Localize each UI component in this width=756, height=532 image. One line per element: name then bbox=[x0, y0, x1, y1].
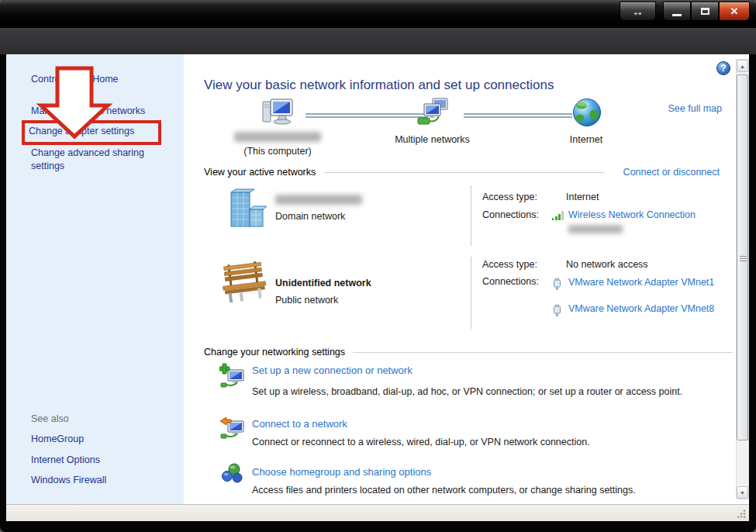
multiple-networks-label: Multiple networks bbox=[384, 134, 481, 145]
address-bar: ← → ▾ ▸ Control Panel ▸ All Control Pane… bbox=[0, 28, 756, 54]
see-also-header: See also bbox=[31, 413, 69, 424]
wifi-signal-icon bbox=[551, 210, 565, 221]
divider bbox=[353, 352, 733, 353]
resize-grip-icon[interactable] bbox=[737, 509, 747, 519]
scrollbar-thumb[interactable] bbox=[737, 74, 748, 440]
computer-name-blurred bbox=[234, 132, 321, 142]
vmnet8-link[interactable]: VMware Network Adapter VMnet8 bbox=[568, 302, 716, 316]
title-bar: ↔ ✕ bbox=[0, 0, 756, 28]
access-type-label: Access type: bbox=[482, 259, 537, 270]
new-connection-icon bbox=[219, 363, 246, 389]
scroll-down-button[interactable]: ▼ bbox=[737, 486, 748, 499]
access-type-value: Internet bbox=[566, 192, 599, 202]
sidebar-item-windows-firewall[interactable]: Windows Firewall bbox=[31, 475, 106, 485]
resize-button[interactable]: ↔ bbox=[620, 2, 656, 21]
scrollbar-grip-icon bbox=[740, 256, 747, 257]
connect-network-icon bbox=[219, 414, 246, 440]
see-full-map-link[interactable]: See full map bbox=[658, 103, 722, 114]
page-title: View your basic network information and … bbox=[204, 78, 554, 93]
wireless-connection-link[interactable]: Wireless Network Connection bbox=[568, 209, 696, 220]
internet-label: Internet bbox=[555, 134, 617, 145]
unidentified-network-name: Unidentified network bbox=[275, 278, 371, 288]
multiple-networks-icon[interactable] bbox=[416, 96, 451, 130]
divider bbox=[471, 185, 471, 246]
scroll-up-button[interactable]: ▲ bbox=[737, 60, 748, 72]
divider bbox=[324, 172, 605, 173]
resize-arrows-icon: ↔ bbox=[632, 5, 644, 18]
status-bar bbox=[6, 504, 749, 521]
connect-disconnect-link[interactable]: Connect or disconnect bbox=[613, 167, 720, 178]
map-link-line bbox=[464, 113, 572, 118]
this-computer-label: (This computer) bbox=[226, 146, 329, 157]
main-content: ? View your basic network information an… bbox=[184, 54, 737, 504]
homegroup-options-desc: Access files and printers located on oth… bbox=[252, 485, 636, 496]
domain-network-icon[interactable] bbox=[226, 188, 268, 233]
help-button[interactable]: ? bbox=[716, 61, 730, 75]
access-type-value: No network access bbox=[566, 259, 648, 270]
public-network-bench-icon[interactable] bbox=[219, 261, 269, 302]
sidebar-item-change-adapter-settings[interactable]: Change adapter settings bbox=[29, 126, 134, 136]
homegroup-options-link[interactable]: Choose homegroup and sharing options bbox=[252, 466, 431, 478]
maximize-icon bbox=[701, 8, 709, 15]
ethernet-adapter-icon bbox=[552, 303, 562, 316]
homegroup-icon bbox=[221, 462, 244, 485]
ethernet-adapter-icon bbox=[552, 277, 562, 290]
sidebar: Control Panel Home Manage wireless netwo… bbox=[6, 54, 184, 504]
this-computer-icon[interactable] bbox=[261, 96, 296, 130]
access-type-label: Access type: bbox=[482, 192, 537, 202]
scrollbar[interactable]: ▲ ▼ bbox=[736, 59, 749, 499]
public-network-type: Public network bbox=[275, 295, 338, 306]
sidebar-item-advanced-sharing[interactable]: Change advanced sharing settings bbox=[31, 147, 169, 173]
sidebar-item-control-panel-home[interactable]: Control Panel Home bbox=[31, 74, 119, 85]
divider bbox=[471, 257, 471, 329]
question-mark-icon: ? bbox=[720, 63, 726, 74]
maximize-button[interactable] bbox=[691, 2, 719, 21]
sidebar-item-manage-wireless[interactable]: Manage wireless networks bbox=[31, 105, 145, 116]
ssid-blurred bbox=[568, 225, 623, 233]
domain-name-blurred bbox=[275, 195, 362, 205]
connections-label: Connections: bbox=[482, 276, 539, 287]
vmnet1-link[interactable]: VMware Network Adapter VMnet1 bbox=[568, 276, 716, 289]
connect-network-link[interactable]: Connect to a network bbox=[252, 418, 347, 430]
networking-settings-header: Change your networking settings bbox=[204, 347, 345, 358]
scroll-up-icon: ▲ bbox=[740, 64, 745, 69]
minimize-icon bbox=[672, 14, 682, 16]
minimize-button[interactable] bbox=[663, 2, 691, 21]
close-button[interactable]: ✕ bbox=[719, 2, 750, 21]
scroll-down-icon: ▼ bbox=[740, 490, 745, 496]
internet-globe-icon[interactable] bbox=[571, 97, 602, 128]
close-icon: ✕ bbox=[730, 5, 739, 17]
window-body: Control Panel Home Manage wireless netwo… bbox=[6, 54, 749, 504]
network-sharing-center-window: ↔ ✕ ← → ▾ ▸ Control Panel ▸ bbox=[0, 0, 756, 532]
sidebar-item-internet-options[interactable]: Internet Options bbox=[31, 454, 100, 465]
connect-network-desc: Connect or reconnect to a wireless, wire… bbox=[252, 437, 590, 447]
domain-network-type: Domain network bbox=[275, 211, 345, 222]
sidebar-item-homegroup[interactable]: HomeGroup bbox=[31, 434, 84, 444]
setup-connection-desc: Set up a wireless, broadband, dial-up, a… bbox=[252, 386, 682, 397]
setup-connection-link[interactable]: Set up a new connection or network bbox=[252, 364, 413, 376]
map-link-line bbox=[306, 113, 428, 118]
active-networks-header: View your active networks bbox=[204, 167, 316, 178]
connections-label: Connections: bbox=[482, 209, 539, 220]
